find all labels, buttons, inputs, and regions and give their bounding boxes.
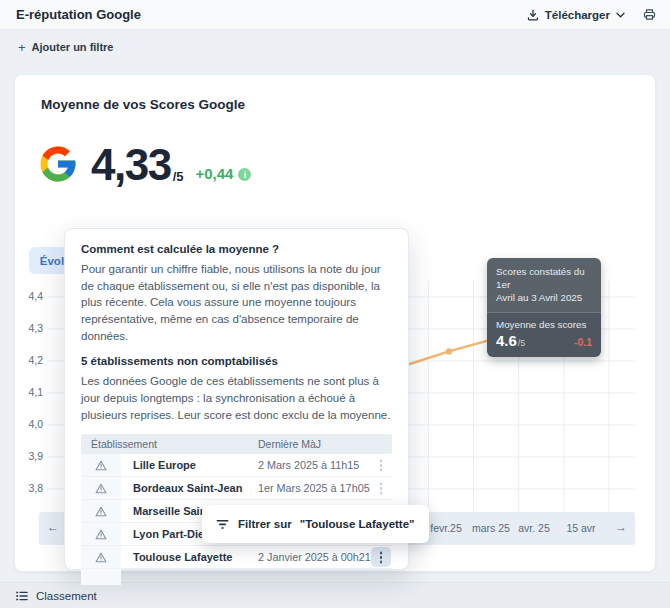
top-bar-actions: Télécharger bbox=[527, 8, 656, 21]
tooltip-label: Moyenne des scores bbox=[496, 319, 592, 330]
warning-icon bbox=[81, 500, 121, 522]
popover-subtitle: 5 établissements non comptabilisés bbox=[81, 355, 392, 367]
download-icon bbox=[527, 9, 539, 21]
popover-title: Comment est calculée la moyenne ? bbox=[81, 243, 392, 255]
y-axis-tick: 3,9 bbox=[15, 450, 43, 462]
info-icon[interactable]: i bbox=[238, 168, 251, 181]
y-axis-tick: 3,8 bbox=[15, 482, 43, 494]
row-context-menu: Filtrer sur "Toulouse Lafayette" bbox=[202, 505, 429, 543]
classement-section-header[interactable]: Classement bbox=[0, 582, 670, 608]
warning-icon bbox=[81, 523, 121, 545]
y-axis-tick: 4,3 bbox=[15, 322, 43, 334]
google-logo-icon bbox=[37, 143, 79, 187]
page-title: E-réputation Google bbox=[16, 7, 141, 22]
tooltip-score-max: /5 bbox=[518, 338, 526, 348]
tooltip-body: Moyenne des scores 4.6 /5 -0.1 bbox=[487, 313, 601, 357]
score-delta: +0,44 bbox=[195, 165, 233, 182]
row-kebab-menu-button-active[interactable] bbox=[371, 547, 391, 567]
table-header: Établissement Dernière MàJ bbox=[81, 434, 392, 454]
filter-icon bbox=[216, 519, 229, 530]
download-button[interactable]: Télécharger bbox=[527, 9, 625, 21]
add-filter-button[interactable]: + Ajouter un filtre bbox=[18, 40, 113, 55]
row-kebab-menu-button[interactable] bbox=[374, 458, 388, 473]
col-last-update: Dernière MàJ bbox=[258, 438, 370, 450]
chart-tooltip: Scores constatés du 1er Avril au 3 Avril… bbox=[487, 258, 601, 357]
table-row: Bordeaux Saint-Jean 1er Mars 2025 à 17h0… bbox=[81, 477, 392, 500]
list-icon bbox=[16, 591, 28, 601]
score-max: /5 bbox=[173, 169, 184, 184]
filter-on-label: Filtrer sur bbox=[238, 518, 292, 530]
card-title: Moyenne de vos Scores Google bbox=[41, 97, 245, 112]
warning-icon bbox=[81, 477, 121, 499]
popover-body: Pour garantir un chiffre fiable, nous ut… bbox=[81, 261, 392, 344]
download-label: Télécharger bbox=[545, 9, 610, 21]
tooltip-period: Scores constatés du 1er Avril au 3 Avril… bbox=[487, 258, 601, 313]
popover-body-2: Les données Google de ces établissements… bbox=[81, 373, 392, 423]
last-update-date: 2 Mars 2025 à 11h15 bbox=[258, 459, 370, 471]
chevron-down-icon bbox=[616, 12, 625, 18]
table-row: Toulouse Lafayette 2 Janvier 2025 à 00h2… bbox=[81, 546, 392, 569]
filter-bar: + Ajouter un filtre bbox=[0, 31, 670, 63]
x-axis-tick: mars 25 bbox=[472, 522, 510, 534]
y-axis-tick: 4,4 bbox=[15, 290, 43, 302]
warning-icon bbox=[81, 546, 121, 568]
x-axis-tick: avr. 25 bbox=[518, 522, 550, 534]
y-axis-tick: 4,1 bbox=[15, 386, 43, 398]
y-axis-tick: 4,2 bbox=[15, 354, 43, 366]
score-summary: 4,33 /5 +0,44 i bbox=[37, 143, 251, 187]
add-filter-label: Ajouter un filtre bbox=[32, 41, 114, 53]
table-icon-column-tail bbox=[81, 569, 121, 585]
establishment-name: Toulouse Lafayette bbox=[121, 551, 258, 563]
classement-label: Classement bbox=[36, 590, 97, 602]
tooltip-delta: -0.1 bbox=[574, 336, 592, 348]
table-row: Lille Europe 2 Mars 2025 à 11h15 bbox=[81, 454, 392, 477]
row-kebab-menu-button[interactable] bbox=[374, 481, 388, 496]
col-establishment: Établissement bbox=[81, 438, 258, 450]
x-axis-tick: fevr.25 bbox=[430, 522, 462, 534]
establishment-name: Bordeaux Saint-Jean bbox=[121, 482, 258, 494]
filter-on-value: "Toulouse Lafayette" bbox=[300, 518, 415, 530]
average-score-value: 4,33 bbox=[91, 143, 171, 187]
filter-on-menu-item[interactable]: Filtrer sur "Toulouse Lafayette" bbox=[238, 518, 415, 530]
chart-next-arrow[interactable]: → bbox=[615, 520, 627, 534]
tooltip-score: 4.6 bbox=[496, 332, 517, 349]
establishment-name: Lille Europe bbox=[121, 459, 258, 471]
page: E-réputation Google Télécharger bbox=[0, 0, 670, 608]
x-axis-tick: 15 avr bbox=[566, 522, 595, 534]
top-bar: E-réputation Google Télécharger bbox=[0, 0, 670, 30]
printer-icon bbox=[643, 8, 656, 21]
last-update-date: 2 Janvier 2025 à 00h21 bbox=[258, 551, 370, 563]
y-axis-tick: 4,0 bbox=[15, 418, 43, 430]
plus-icon: + bbox=[18, 40, 26, 55]
warning-icon bbox=[81, 454, 121, 476]
print-button[interactable] bbox=[643, 8, 656, 21]
chart-prev-arrow[interactable]: ← bbox=[47, 520, 59, 534]
last-update-date: 1er Mars 2025 à 17h05 bbox=[258, 482, 370, 494]
